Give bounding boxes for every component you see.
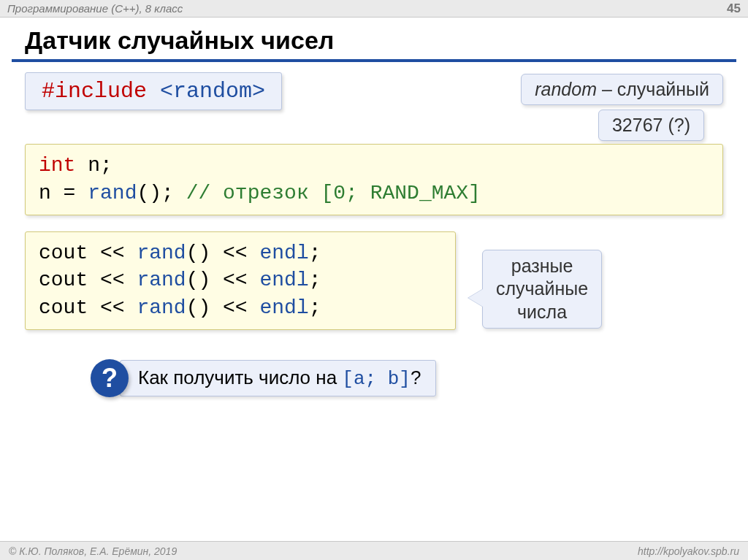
code1-l2c: (); bbox=[137, 182, 186, 204]
gt: > bbox=[252, 79, 265, 104]
callout-different: разные случайные числа bbox=[482, 250, 602, 329]
kw-int: int bbox=[39, 154, 75, 177]
code1-line2: n = rand(); // отрезок [0; RAND_MAX] bbox=[39, 180, 709, 207]
code1-rand: rand bbox=[88, 182, 137, 204]
question-range: [a; b] bbox=[342, 368, 411, 390]
footer-right: http://kpolyakov.spb.ru bbox=[638, 545, 739, 557]
code-block-1: int n; n = rand(); // отрезок [0; RAND_M… bbox=[25, 144, 723, 215]
code-block-2: cout << rand() << endl; cout << rand() <… bbox=[25, 231, 456, 330]
include-directive: #include bbox=[42, 79, 160, 104]
lt: < bbox=[160, 79, 173, 104]
title-underline bbox=[12, 59, 736, 62]
question-post: ? bbox=[411, 367, 421, 388]
callout-random-italic: random bbox=[535, 79, 597, 99]
callout-randmax: 32767 (?) bbox=[598, 110, 704, 141]
include-code: #include <random> bbox=[25, 72, 282, 110]
callout-diff-l2: случайные bbox=[496, 277, 588, 300]
code2-line3: cout << rand() << endl; bbox=[39, 294, 442, 322]
callout-random-rest: – случайный bbox=[597, 79, 709, 99]
content: #include <random> random – случайный 327… bbox=[0, 72, 748, 397]
page-number: 45 bbox=[727, 1, 741, 16]
header-bar: Программирование (C++), 8 класс 45 bbox=[0, 0, 748, 18]
header-left: Программирование (C++), 8 класс bbox=[7, 2, 183, 15]
callout-diff-l3: числа bbox=[496, 301, 588, 323]
slide-title: Датчик случайных чисел bbox=[0, 18, 748, 59]
code1-l2a: n = bbox=[39, 182, 88, 204]
callout-random: random – случайный bbox=[521, 74, 723, 105]
footer-bar: © К.Ю. Поляков, Е.А. Ерёмин, 2019 http:/… bbox=[0, 541, 748, 560]
question-row: ? Как получить число на [a; b]? bbox=[91, 359, 723, 397]
code2-line1: cout << rand() << endl; bbox=[39, 239, 442, 267]
code2-line2: cout << rand() << endl; bbox=[39, 266, 442, 294]
code1-l1b: n; bbox=[75, 154, 112, 177]
slide: Программирование (C++), 8 класс 45 Датчи… bbox=[0, 0, 748, 560]
question-box: Как получить число на [a; b]? bbox=[120, 360, 436, 396]
include-lib: random bbox=[173, 79, 252, 104]
question-pre: Как получить число на bbox=[138, 367, 342, 388]
row-include: #include <random> random – случайный bbox=[25, 72, 723, 110]
callout-diff-l1: разные bbox=[496, 255, 588, 277]
code1-comment: // отрезок [0; RAND_MAX] bbox=[186, 182, 481, 204]
code1-line1: int n; bbox=[39, 152, 709, 180]
question-mark-icon: ? bbox=[91, 359, 129, 397]
footer-left: © К.Ю. Поляков, Е.А. Ерёмин, 2019 bbox=[9, 545, 177, 557]
